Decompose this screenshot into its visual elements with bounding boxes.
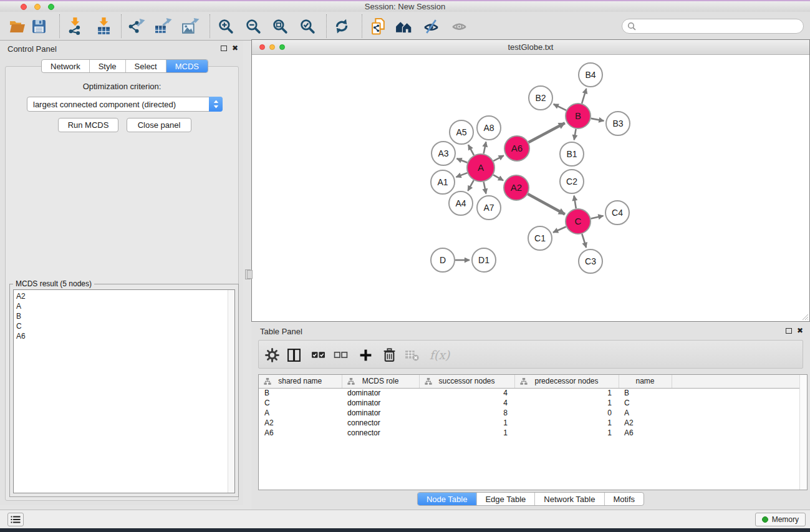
table-cell[interactable]: 1 <box>514 418 619 428</box>
graph-node-A6[interactable]: A6 <box>504 136 529 161</box>
tab-mcds[interactable]: MCDS <box>166 60 208 72</box>
refresh-button[interactable] <box>331 16 352 37</box>
graph-node-A2[interactable]: A2 <box>504 175 529 200</box>
table-cell[interactable]: B <box>619 388 672 398</box>
mcds-result-item[interactable]: C <box>14 321 234 331</box>
graph-edge-A-A7[interactable] <box>484 182 486 194</box>
table-cell[interactable]: connector <box>342 428 419 438</box>
column-header-mcds-role[interactable]: MCDS role <box>342 375 419 388</box>
zoom-fit-button[interactable] <box>269 16 291 37</box>
graph-node-A4[interactable]: A4 <box>449 191 473 215</box>
deselect-all-button[interactable] <box>330 341 351 369</box>
graph-edge-A2-C[interactable] <box>528 194 565 214</box>
tab-network-table[interactable]: Network Table <box>535 493 604 505</box>
graph-edge-A-A1[interactable] <box>456 173 468 177</box>
zoom-out-button[interactable] <box>243 16 264 37</box>
table-cell[interactable]: A2 <box>619 418 672 428</box>
zoom-selected-button[interactable] <box>297 16 318 37</box>
graph-edge-A-A5[interactable] <box>468 145 474 155</box>
show-columns-button[interactable] <box>283 341 304 369</box>
table-row[interactable]: Cdominator41C <box>259 398 807 408</box>
table-cell[interactable]: connector <box>342 418 419 428</box>
graph-node-B4[interactable]: B4 <box>579 63 602 87</box>
graph-node-D1[interactable]: D1 <box>472 248 496 272</box>
window-resize-grip[interactable] <box>800 312 809 321</box>
open-file-button[interactable] <box>7 16 28 37</box>
network-window-titlebar[interactable]: testGlobe.txt <box>252 40 809 55</box>
table-cell[interactable]: 4 <box>419 398 514 408</box>
graph-node-C[interactable]: C <box>566 209 591 234</box>
graph-node-B3[interactable]: B3 <box>606 112 630 135</box>
table-cell[interactable]: B <box>259 388 342 398</box>
table-scrollbar[interactable] <box>799 375 807 490</box>
graph-node-C3[interactable]: C3 <box>579 249 602 273</box>
graph-edge-A-A2[interactable] <box>493 175 503 180</box>
mcds-result-item[interactable]: B <box>14 311 234 321</box>
graph-edge-C-C4[interactable] <box>591 216 604 218</box>
optimization-criterion-select[interactable]: largest connected component (directed) <box>27 97 223 112</box>
network-canvas[interactable]: B4B2BB3A8A5A6A3B1AA1C2A2A4A7C4CC1DD1C3 <box>252 55 809 321</box>
delete-table-button[interactable] <box>401 341 422 369</box>
mcds-result-item[interactable]: A2 <box>14 291 234 301</box>
function-builder-button[interactable]: f(x) <box>426 341 453 369</box>
table-cell[interactable]: 1 <box>514 388 619 398</box>
save-session-button[interactable] <box>28 16 49 37</box>
table-cell[interactable]: C <box>259 398 342 408</box>
table-row[interactable]: Bdominator41B <box>259 388 807 398</box>
graph-edge-C-C2[interactable] <box>574 196 576 209</box>
column-header-predecessor-nodes[interactable]: predecessor nodes <box>514 375 619 388</box>
select-all-button[interactable] <box>307 341 329 369</box>
tab-motifs[interactable]: Motifs <box>604 493 644 505</box>
search-input[interactable] <box>639 22 798 31</box>
add-column-button[interactable] <box>355 341 376 369</box>
mcds-result-listbox[interactable]: A2ABCA6 <box>13 289 235 493</box>
table-cell[interactable]: dominator <box>342 398 419 408</box>
export-table-button[interactable] <box>153 16 174 37</box>
graph-node-A7[interactable]: A7 <box>477 196 501 220</box>
graph-edge-A6-B[interactable] <box>529 123 565 142</box>
memory-button[interactable]: Memory <box>755 513 806 526</box>
graph-edge-B-B4[interactable] <box>582 89 586 104</box>
export-image-button[interactable] <box>180 16 201 37</box>
graph-edge-A-A3[interactable] <box>457 158 468 163</box>
graph-edge-C-C3[interactable] <box>582 234 586 248</box>
table-cell[interactable]: A6 <box>259 428 342 438</box>
app-titlebar[interactable]: Session: New Session <box>0 1 810 12</box>
import-table-button[interactable] <box>93 16 114 37</box>
close-panel-button[interactable]: Close panel <box>127 118 191 132</box>
mcds-result-item[interactable]: A6 <box>14 331 234 341</box>
table-row[interactable]: A6connector11A6 <box>259 428 807 438</box>
import-network-button[interactable] <box>65 16 87 37</box>
table-cell[interactable]: 0 <box>514 408 619 418</box>
graph-node-A1[interactable]: A1 <box>431 170 455 194</box>
clone-network-button[interactable] <box>368 16 389 37</box>
graph-node-A8[interactable]: A8 <box>477 116 501 140</box>
table-cell[interactable]: 1 <box>514 398 619 408</box>
close-table-panel-icon[interactable]: ✖ <box>797 327 803 334</box>
table-cell[interactable]: A6 <box>619 428 672 438</box>
graph-node-D[interactable]: D <box>431 248 455 272</box>
export-network-button[interactable] <box>126 16 147 37</box>
float-table-panel-icon[interactable] <box>786 328 792 334</box>
table-row[interactable]: A2connector11A2 <box>259 418 807 428</box>
table-cell[interactable]: 1 <box>514 428 619 438</box>
show-graphics-details-button[interactable] <box>448 16 470 37</box>
run-mcds-button[interactable]: Run MCDS <box>58 118 118 132</box>
table-cell[interactable]: dominator <box>342 388 419 398</box>
view-divider-grip[interactable] <box>247 270 253 279</box>
graph-edge-A-A6[interactable] <box>493 155 504 161</box>
graph-edge-B-B2[interactable] <box>554 104 566 110</box>
table-row[interactable]: Adominator80A <box>259 408 807 418</box>
open-session-home-button[interactable] <box>393 16 414 37</box>
hide-graphics-details-button[interactable] <box>420 16 441 37</box>
tab-style[interactable]: Style <box>90 60 126 72</box>
graph-edge-C-C1[interactable] <box>553 227 566 233</box>
graph-node-B2[interactable]: B2 <box>529 86 552 110</box>
graph-node-C4[interactable]: C4 <box>605 201 629 225</box>
list-scrollbar[interactable] <box>228 290 234 493</box>
graph-node-C2[interactable]: C2 <box>560 170 584 193</box>
graph-edge-A-A4[interactable] <box>468 180 473 191</box>
column-header-shared-name[interactable]: shared name <box>259 375 342 388</box>
task-history-button[interactable] <box>7 513 24 526</box>
table-settings-button[interactable] <box>261 341 282 369</box>
